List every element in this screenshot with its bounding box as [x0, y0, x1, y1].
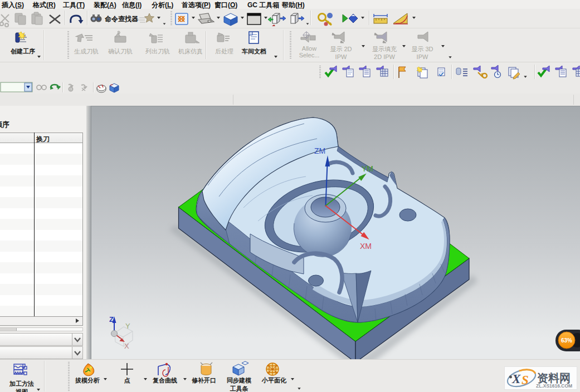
svg-text:Z: Z — [109, 315, 114, 324]
svg-text:Y: Y — [125, 322, 130, 330]
svg-text:YM: YM — [362, 164, 373, 173]
svg-text:X: X — [511, 372, 521, 386]
svg-text:命令查找器: 命令查找器 — [105, 15, 138, 23]
svg-text:ZM: ZM — [314, 146, 325, 155]
svg-text:资料网: 资料网 — [537, 372, 571, 384]
svg-text:S: S — [521, 373, 529, 387]
svg-text:X: X — [124, 342, 129, 350]
svg-text:63%: 63% — [561, 337, 572, 344]
svg-text:XM: XM — [360, 242, 372, 251]
svg-text:ZL.XS1616.COM: ZL.XS1616.COM — [536, 383, 572, 389]
